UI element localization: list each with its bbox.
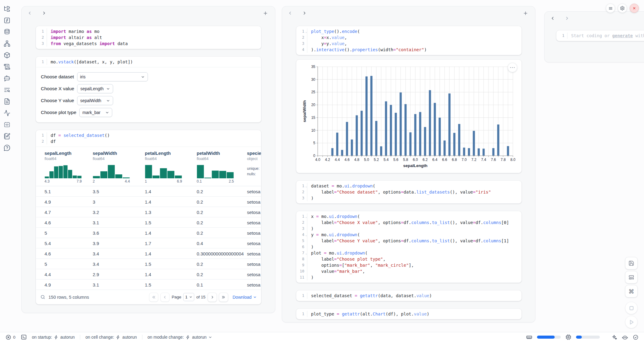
sidebar-code-snippets-button[interactable] — [4, 121, 11, 128]
code-editor[interactable]: 1⌄plot_type().encode(2 x=x.value,3 y=y.v… — [296, 26, 521, 55]
cell-empty-scratch[interactable]: 1Start coding or generate with — [556, 30, 644, 41]
sidebar-package-button[interactable] — [4, 52, 11, 59]
cell-plot-encode[interactable]: 1⌄plot_type().encode(2 x=x.value,3 y=y.v… — [296, 26, 522, 55]
ai-sparkles-icon[interactable] — [611, 334, 617, 340]
download-button[interactable]: Download — [233, 295, 257, 300]
on-cell-change-setting[interactable]: on cell change: autorun — [85, 335, 137, 340]
sidebar-tracing-button[interactable] — [4, 109, 11, 117]
chevron-down-icon — [106, 87, 110, 91]
code-editor[interactable]: 1mo.vstack([dataset, x, y, plot]) — [36, 57, 261, 67]
layout-grid-icon — [628, 274, 634, 280]
table-row[interactable]: 4.63.41.40.30000000000000004setosa — [36, 248, 261, 259]
terminal-icon[interactable] — [21, 334, 27, 340]
svg-text:5.4: 5.4 — [384, 158, 389, 162]
table-row[interactable]: 5.13.51.40.2setosa — [36, 186, 261, 197]
next-page-button[interactable] — [208, 293, 217, 302]
svg-text:4.4: 4.4 — [335, 158, 340, 162]
svg-text:15: 15 — [311, 116, 316, 120]
table-cell: 3.2 — [93, 209, 99, 215]
error-count-icon[interactable] — [5, 334, 11, 340]
cell-dataframe[interactable]: 1df = selected_dataset()2df sepalLengthf… — [36, 130, 261, 305]
cell-xy-plot-dropdowns[interactable]: 1⌄x = mo.ui.dropdown(2 label="Choose X v… — [296, 211, 522, 283]
code-editor[interactable]: 1selected_dataset = getattr(data, datase… — [296, 290, 521, 301]
dropdown-label: Choose dataset — [41, 74, 74, 80]
sidebar-file-tree-button[interactable] — [4, 5, 11, 12]
chevron-right-icon[interactable] — [301, 10, 308, 16]
chart-menu-button[interactable] — [508, 63, 517, 72]
table-cell: 3.4 — [93, 251, 99, 256]
sidebar-chat-bot-button[interactable] — [4, 75, 11, 82]
table-row[interactable]: 53.41.50.2setosa — [36, 259, 261, 269]
table-column-header[interactable]: petalWidthfloat640.12.5 — [197, 151, 234, 183]
code-editor[interactable]: 1import marimo as mo2import altair as al… — [36, 26, 261, 49]
page-number-select[interactable]: 1 — [183, 293, 194, 301]
sidebar-log-search-button[interactable] — [4, 86, 11, 94]
table-column-header[interactable]: sepalWidthfloat6424.4 — [93, 151, 130, 183]
close-button[interactable] — [630, 4, 639, 13]
cell-plot-type[interactable]: 1plot_type = getattr(alt.Chart(df), plot… — [296, 308, 522, 319]
cell-imports[interactable]: 1import marimo as mo2import altair as al… — [36, 26, 261, 49]
code-editor[interactable]: 1⌄dataset = mo.ui.dropdown(2 label="Choo… — [296, 181, 521, 203]
sidebar-scroll-button[interactable] — [4, 63, 11, 70]
chevron-right-icon[interactable] — [564, 15, 570, 22]
settings-button[interactable] — [618, 4, 627, 13]
keyboard-shortcuts-button[interactable]: ⌘ — [625, 285, 638, 297]
table-column-header[interactable]: petalLengthfloat6416.9 — [145, 151, 182, 183]
search-icon[interactable] — [40, 294, 45, 300]
chevron-left-icon[interactable] — [27, 10, 33, 16]
on-startup-setting[interactable]: on startup: autorun — [32, 335, 75, 340]
on-module-change-setting[interactable]: on module change: autorun — [148, 335, 213, 340]
stop-button[interactable] — [625, 302, 638, 314]
save-button[interactable] — [625, 257, 638, 269]
first-page-button[interactable] — [149, 293, 158, 302]
table-row[interactable]: 4.42.91.40.2setosa — [36, 269, 261, 280]
bar-chart[interactable]: 4.04.24.44.64.85.05.25.45.65.86.06.26.46… — [302, 64, 516, 169]
plot-type-select[interactable]: mark_bar — [79, 108, 112, 117]
table-row[interactable]: 4.931.40.2setosa — [36, 197, 261, 207]
chevron-right-icon[interactable] — [41, 10, 47, 16]
x-value-select[interactable]: sepalLength — [77, 84, 113, 93]
sidebar-scratchpad-button[interactable] — [4, 133, 11, 140]
sidebar-help-button[interactable] — [4, 144, 11, 151]
menu-button[interactable] — [606, 4, 615, 13]
sidebar-function-square-button[interactable] — [4, 17, 11, 24]
chevron-down-icon — [106, 99, 110, 103]
table-column-header[interactable]: sepalLengthfloat644.37.9 — [45, 151, 82, 183]
sidebar-dependency-graph-button[interactable] — [4, 40, 11, 47]
assistant-bot-icon[interactable] — [622, 334, 628, 340]
connection-status-icon[interactable] — [633, 334, 639, 340]
select-value: mark_bar — [82, 110, 100, 115]
sidebar-database-button[interactable] — [4, 28, 11, 36]
last-page-button[interactable] — [219, 293, 228, 302]
cell-selected-dataset[interactable]: 1selected_dataset = getattr(data, datase… — [296, 290, 522, 301]
table-cell: 0.30000000000000004 — [197, 251, 244, 256]
chevron-left-icon[interactable] — [287, 10, 294, 16]
table-cell: 4.6 — [45, 251, 51, 256]
chevron-left-icon[interactable] — [549, 15, 556, 22]
table-row[interactable]: 53.61.40.2setosa — [36, 228, 261, 238]
table-row[interactable]: 5.43.91.70.4setosa — [36, 238, 261, 248]
prev-page-button[interactable] — [160, 293, 170, 302]
stop-icon — [626, 302, 637, 314]
page-number-value: 1 — [185, 295, 187, 299]
code-editor[interactable]: 1⌄x = mo.ui.dropdown(2 label="Choose X v… — [296, 211, 521, 283]
layout-button[interactable] — [625, 271, 638, 283]
run-button[interactable] — [625, 316, 638, 328]
column-histogram — [45, 164, 82, 178]
sidebar-document-button[interactable] — [4, 98, 11, 105]
table-cell: 1.5 — [145, 220, 151, 225]
table-row[interactable]: 4.93.11.50.1setosa — [36, 280, 261, 290]
table-row[interactable]: 4.73.21.30.2setosa — [36, 207, 261, 217]
add-cell-button[interactable] — [523, 9, 530, 17]
y-value-select[interactable]: sepalWidth — [77, 96, 113, 105]
dataset-select[interactable]: iris — [77, 72, 148, 81]
table-row[interactable]: 4.63.11.50.2setosa — [36, 217, 261, 228]
code-editor-placeholder[interactable]: 1Start coding or generate with — [556, 30, 644, 41]
cell-vstack[interactable]: 1mo.vstack([dataset, x, y, plot]) Choose… — [36, 56, 261, 123]
table-column-header[interactable]: speciesobjectunique:nulls: — [247, 151, 261, 177]
cell-dataset-dropdown[interactable]: 1⌄dataset = mo.ui.dropdown(2 label="Choo… — [296, 180, 522, 204]
code-editor[interactable]: 1plot_type = getattr(alt.Chart(df), plot… — [296, 309, 521, 319]
add-cell-button[interactable] — [263, 9, 270, 17]
svg-text:6.4: 6.4 — [432, 158, 438, 162]
code-editor[interactable]: 1df = selected_dataset()2df — [36, 130, 261, 147]
